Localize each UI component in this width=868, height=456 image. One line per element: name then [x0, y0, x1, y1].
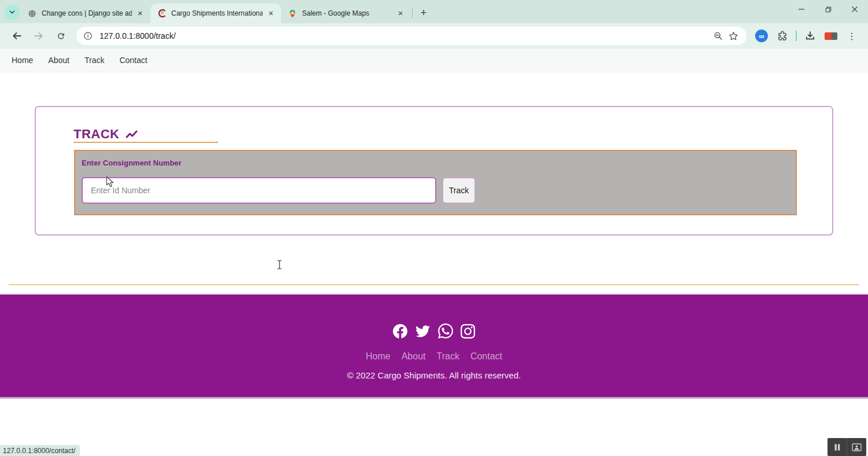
footer-link-contact[interactable]: Contact [470, 351, 502, 362]
google-maps-pin-favicon-icon [288, 9, 297, 18]
title-underline [73, 142, 218, 143]
url-bar[interactable]: 127.0.0.1:8000/track/ [76, 27, 746, 45]
magnifier-minus-icon [713, 31, 723, 41]
track-card: TRACK Enter Consignment Number Track [35, 106, 833, 236]
footer-link-about[interactable]: About [402, 351, 426, 362]
toolbar-separator [796, 31, 797, 41]
tab-title: Change cons | Django site adm [42, 9, 132, 17]
browser-tab-django-admin[interactable]: Change cons | Django site adm ✕ [21, 3, 150, 23]
picture-icon [852, 443, 862, 451]
minimize-icon [798, 6, 805, 13]
facebook-icon[interactable] [393, 323, 408, 339]
globe-favicon-icon [28, 9, 37, 18]
window-minimize-button[interactable] [788, 0, 815, 19]
forward-button[interactable] [30, 27, 47, 45]
page-title: TRACK [73, 127, 138, 142]
bookmark-star-button[interactable] [726, 28, 741, 43]
extension-blue-button[interactable]: ∞ [753, 28, 770, 44]
url-text[interactable]: 127.0.0.1:8000/track/ [100, 31, 711, 41]
reload-button[interactable] [52, 27, 69, 45]
close-icon [851, 6, 858, 13]
tab-title: Cargo Shipments International [171, 9, 263, 17]
back-arrow-icon [12, 31, 22, 41]
puzzle-piece-icon [777, 31, 788, 41]
pause-icon [833, 443, 841, 451]
browser-menu-button[interactable]: ⋮ [844, 28, 860, 44]
consignment-id-input[interactable] [82, 177, 436, 204]
copyright-text: © 2022 Cargo Shipments. All rights reser… [347, 370, 521, 380]
footer-link-track[interactable]: Track [436, 351, 459, 362]
red-badge-extension-icon [825, 32, 837, 40]
tab-close-icon[interactable]: ✕ [135, 9, 145, 18]
consignment-form-panel: Enter Consignment Number Track [74, 150, 797, 215]
new-tab-button[interactable]: + [416, 5, 431, 20]
page-content: TRACK Enter Consignment Number Track [0, 72, 868, 456]
text-cursor [277, 260, 282, 272]
consignment-number-label: Enter Consignment Number [82, 159, 796, 167]
activity-pulse-icon [126, 129, 138, 139]
nav-link-track[interactable]: Track [84, 56, 104, 65]
instagram-icon[interactable] [461, 323, 476, 339]
cargo-logo-favicon-icon [157, 9, 167, 18]
browser-tab-strip: Change cons | Django site adm ✕ Cargo Sh… [0, 0, 868, 23]
star-icon [729, 31, 738, 41]
chevron-down-icon [8, 8, 16, 16]
site-navbar: Home About Track Contact [0, 49, 868, 72]
window-close-button[interactable] [841, 0, 868, 19]
info-icon [83, 31, 93, 41]
tab-close-icon[interactable]: ✕ [396, 9, 405, 18]
back-button[interactable] [8, 27, 25, 45]
downloads-button[interactable] [802, 28, 818, 44]
page-title-text: TRACK [73, 127, 120, 142]
status-bar-link: 127.0.0.1:8000/contact/ [0, 445, 80, 456]
browser-toolbar: 127.0.0.1:8000/track/ ∞ ⋮ [0, 23, 868, 49]
site-info-button[interactable] [81, 29, 95, 43]
footer-divider [9, 284, 859, 285]
whatsapp-icon[interactable] [438, 323, 453, 339]
track-submit-button[interactable]: Track [442, 177, 476, 204]
zoom-level-button[interactable] [711, 28, 726, 43]
nav-link-contact[interactable]: Contact [119, 56, 147, 65]
forward-arrow-icon [34, 31, 44, 41]
kebab-menu-icon: ⋮ [847, 31, 856, 42]
footer-link-home[interactable]: Home [366, 351, 391, 362]
window-controls [788, 0, 868, 19]
tab-title: Salem - Google Maps [302, 9, 392, 17]
extensions-area: ∞ ⋮ [751, 28, 862, 44]
screenshot-button[interactable] [847, 438, 866, 456]
nav-link-home[interactable]: Home [12, 56, 33, 65]
tab-separator [412, 8, 413, 19]
download-icon [805, 31, 815, 41]
nav-link-about[interactable]: About [48, 56, 69, 65]
tab-search-button[interactable] [5, 5, 20, 20]
twitter-icon[interactable] [415, 323, 431, 339]
extension-red-button[interactable] [823, 28, 839, 44]
pause-button[interactable] [827, 438, 847, 456]
restore-icon [825, 6, 832, 13]
browser-tab-cargo-shipments[interactable]: Cargo Shipments International ✕ [150, 3, 281, 23]
form-row: Track [82, 177, 796, 204]
infinity-extension-icon: ∞ [755, 30, 768, 42]
tab-close-icon[interactable]: ✕ [266, 9, 275, 18]
social-icons-row [393, 323, 476, 339]
recorder-overlay [827, 438, 866, 456]
window-restore-button[interactable] [815, 0, 841, 19]
reload-icon [56, 31, 66, 41]
footer-links-row: Home About Track Contact [366, 351, 502, 362]
site-footer: Home About Track Contact © 2022 Cargo Sh… [0, 293, 868, 399]
browser-tab-google-maps[interactable]: Salem - Google Maps ✕ [281, 3, 411, 23]
extensions-menu-button[interactable] [774, 28, 790, 44]
